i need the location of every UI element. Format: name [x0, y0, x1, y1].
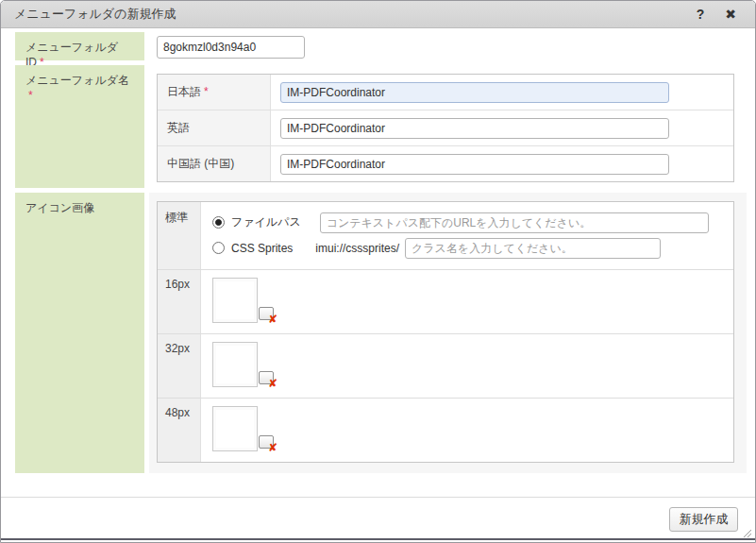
icon-32px-preview [212, 342, 258, 387]
icon-48px-label: 48px [158, 399, 201, 462]
folder-name-label: メニューフォルダ名* [15, 65, 144, 188]
resize-handle[interactable] [742, 528, 751, 537]
close-icon[interactable]: ✖ [725, 8, 736, 21]
icon-32px-row: 32px ✘ [158, 333, 733, 398]
dialog-bottom-edge [1, 538, 755, 540]
css-sprites-radio[interactable] [212, 242, 225, 254]
icon-48px-row: 48px ✘ [158, 398, 733, 462]
icon-48px-preview [212, 406, 258, 451]
create-button[interactable]: 新規作成 [669, 507, 738, 532]
delete-icon: ✘ [268, 314, 277, 325]
file-path-radio-label[interactable]: ファイルパス [231, 214, 301, 230]
css-sprites-radio-label[interactable]: CSS Sprites [231, 242, 293, 255]
name-row-japanese: 日本語* [158, 75, 733, 110]
chinese-label: 中国語 (中国) [158, 146, 271, 181]
css-sprites-class-input [405, 238, 661, 259]
delete-16px-icon-button[interactable]: ✘ [259, 307, 274, 320]
english-label: 英語 [158, 110, 271, 145]
required-mark: * [204, 85, 209, 98]
name-row-english: 英語 [158, 110, 733, 145]
folder-name-table: 日本語* 英語 中国語 (中国) [157, 74, 734, 182]
japanese-label: 日本語* [158, 75, 271, 110]
delete-32px-icon-button[interactable]: ✘ [259, 371, 274, 384]
icon-image-label: アイコン画像 [15, 193, 144, 473]
standard-label: 標準 [158, 202, 201, 269]
footer-separator [1, 497, 755, 498]
file-path-radio[interactable] [212, 216, 225, 229]
dialog-title: メニューフォルダの新規作成 [14, 6, 176, 23]
icon-16px-preview [212, 278, 258, 323]
icon-32px-label: 32px [158, 334, 201, 398]
new-menu-folder-dialog: メニューフォルダの新規作成 ? ✖ メニューフォルダID* メニューフォルダ名*… [0, 0, 756, 543]
folder-id-input[interactable] [157, 36, 305, 59]
name-row-chinese: 中国語 (中国) [158, 145, 733, 181]
japanese-name-input[interactable] [280, 82, 669, 103]
required-mark: * [28, 89, 33, 102]
delete-icon: ✘ [268, 378, 277, 389]
titlebar-icons: ? ✖ [697, 8, 742, 21]
icon-16px-row: 16px ✘ [158, 269, 733, 333]
icon-image-table: 標準 ファイルパス CSS Sprites imui://csssprites/… [157, 201, 734, 463]
icon-standard-row: 標準 ファイルパス CSS Sprites imui://csssprites/ [158, 202, 733, 269]
chinese-name-input[interactable] [280, 154, 669, 175]
css-sprites-prefix: imui://csssprites/ [315, 242, 399, 255]
help-icon[interactable]: ? [697, 8, 705, 21]
dialog-titlebar: メニューフォルダの新規作成 ? ✖ [1, 1, 755, 28]
icon-16px-label: 16px [158, 270, 201, 333]
delete-48px-icon-button[interactable]: ✘ [259, 435, 274, 449]
file-path-input[interactable] [320, 212, 709, 233]
folder-id-label: メニューフォルダID* [15, 32, 144, 60]
english-name-input[interactable] [280, 118, 669, 139]
delete-icon: ✘ [268, 442, 277, 453]
